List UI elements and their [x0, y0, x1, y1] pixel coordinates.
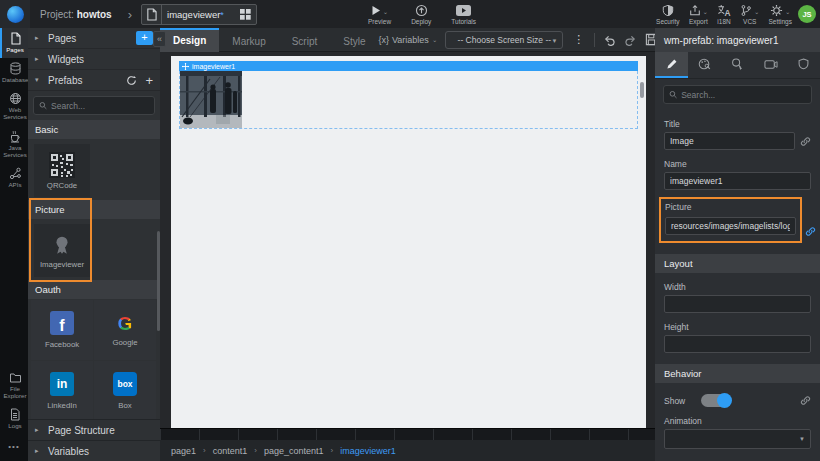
unsaved-indicator: *	[220, 10, 224, 20]
prefab-search[interactable]	[33, 96, 155, 115]
properties-tabs	[655, 52, 820, 79]
name-field-label: Name	[664, 159, 811, 169]
more-options-icon[interactable]: •••	[0, 434, 28, 461]
tab-markup[interactable]: Markup	[219, 28, 278, 52]
export-button[interactable]: ⌄ Export	[689, 0, 708, 28]
rail-label: Web Services	[2, 106, 28, 120]
undo-icon[interactable]	[603, 34, 616, 46]
accordion-page-structure[interactable]: ▸ Page Structure	[28, 419, 160, 440]
width-field-input[interactable]	[664, 295, 811, 313]
group-picture: Picture	[28, 200, 160, 219]
tab-security[interactable]	[787, 52, 820, 78]
settings-button[interactable]: ⌄ Settings	[769, 0, 793, 28]
deploy-button[interactable]: Deploy	[411, 0, 431, 28]
more-menu-icon[interactable]: ⋮	[571, 33, 586, 46]
translate-icon: A	[717, 4, 731, 17]
prefab-tile-google[interactable]: G Google	[94, 300, 156, 360]
accordion-variables[interactable]: ▸ Variables	[28, 440, 160, 461]
widget-selection-bar[interactable]: imageviewer1	[179, 61, 638, 71]
animation-select[interactable]: ▼	[664, 429, 811, 449]
bind-link-icon[interactable]	[805, 226, 816, 237]
redo-icon[interactable]	[624, 34, 637, 46]
rail-item-pages[interactable]: Pages	[0, 28, 28, 58]
breadcrumb-item-content1[interactable]: content1	[213, 446, 248, 456]
variables-button[interactable]: {x} Variables ⌄	[379, 35, 438, 45]
show-toggle[interactable]	[701, 394, 731, 407]
rail-spacer	[0, 193, 28, 368]
add-page-button[interactable]: +	[136, 31, 153, 45]
page-selector[interactable]: imageviewer*	[141, 4, 257, 25]
chevron-down-icon[interactable]: ⌄	[754, 8, 759, 16]
breadcrumb-item-page1[interactable]: page1	[171, 446, 196, 456]
prefab-tile-imageviewer[interactable]: Imageviewer	[34, 224, 90, 277]
prefab-tile-box[interactable]: box Box	[94, 361, 156, 419]
user-avatar[interactable]: JS	[798, 5, 816, 23]
prefab-tile-qrcode[interactable]: QRCode	[34, 144, 90, 197]
accordion-pages[interactable]: ▸ Pages +	[28, 28, 160, 49]
prefab-tile-linkedin[interactable]: in LinkedIn	[31, 361, 93, 419]
rail-item-databases[interactable]: Databases	[0, 58, 28, 88]
rail-item-file-explorer[interactable]: File Explorer	[0, 368, 28, 404]
bind-link-icon[interactable]	[800, 395, 811, 406]
variables-icon: {x}	[379, 35, 390, 45]
tab-properties[interactable]	[655, 52, 688, 78]
prefab-search-input[interactable]	[51, 101, 149, 111]
tab-design[interactable]: Design	[160, 28, 219, 52]
rail-label: Pages	[2, 46, 28, 53]
accordion-prefabs[interactable]: ▾ Prefabs +	[28, 70, 160, 91]
canvas-scrollbar[interactable]	[640, 82, 644, 98]
screen-size-select[interactable]: -- Choose Screen Size -- ▼	[445, 31, 563, 49]
page-doc-icon	[142, 5, 162, 24]
tab-events[interactable]	[721, 52, 754, 78]
breadcrumb-item-imageviewer1[interactable]: imageviewer1	[340, 446, 396, 456]
properties-search-input[interactable]	[681, 90, 806, 100]
breadcrumb-item-page-content1[interactable]: page_content1	[264, 446, 324, 456]
design-canvas[interactable]: imageviewer1	[171, 56, 646, 428]
tab-style[interactable]: Style	[330, 28, 378, 52]
refresh-icon[interactable]	[126, 75, 137, 86]
chevron-down-icon[interactable]: ⌄	[703, 8, 708, 16]
facebook-icon: f	[50, 311, 74, 335]
show-field-label: Show	[664, 396, 685, 406]
prefab-tile-facebook[interactable]: f Facebook	[31, 300, 93, 360]
properties-search[interactable]	[663, 85, 812, 104]
move-icon[interactable]	[182, 63, 189, 70]
widget-body[interactable]	[179, 71, 638, 129]
accordion-prefabs-label: Prefabs	[48, 75, 120, 86]
coffee-cup-icon	[9, 130, 22, 143]
preview-button[interactable]: ⌄ Preview	[368, 0, 391, 28]
breadcrumb-chevron-icon: ›	[128, 7, 132, 22]
qrcode-icon	[49, 152, 75, 178]
bind-link-icon[interactable]	[800, 136, 811, 147]
tab-script[interactable]: Script	[279, 28, 331, 52]
tab-styles[interactable]	[688, 52, 721, 78]
collapse-panel-button[interactable]: «	[153, 31, 166, 47]
height-field-input[interactable]	[664, 335, 811, 353]
rail-item-web-services[interactable]: Web Services	[0, 88, 28, 125]
page-grid-icon[interactable]	[234, 9, 256, 20]
chevron-down-icon[interactable]: ⌄	[383, 8, 388, 16]
tile-label: LinkedIn	[47, 401, 76, 410]
name-field-input[interactable]	[664, 172, 811, 190]
vcs-button[interactable]: ⌄ VCS	[740, 0, 759, 28]
svg-text:A: A	[725, 7, 731, 16]
imageviewer-image[interactable]	[180, 71, 242, 128]
security-button[interactable]: Security	[656, 0, 679, 28]
imageviewer-widget[interactable]: imageviewer1	[179, 61, 638, 129]
tab-device[interactable]	[754, 52, 787, 78]
rail-item-logs[interactable]: Logs	[0, 404, 28, 434]
chevron-down-icon[interactable]: ⌄	[785, 8, 790, 16]
activity-rail: Pages Databases Web Services Java Servic…	[0, 28, 28, 461]
picture-field-input[interactable]	[665, 217, 796, 235]
accordion-widgets[interactable]: ▸ Widgets	[28, 49, 160, 70]
horizontal-ruler	[160, 428, 655, 440]
rail-item-apis[interactable]: APIs	[0, 163, 28, 193]
rail-item-java-services[interactable]: Java Services	[0, 126, 28, 163]
import-prefab-button[interactable]: +	[145, 75, 153, 86]
title-field-input[interactable]	[664, 132, 795, 150]
rail-label: Logs	[2, 422, 28, 429]
tutorials-button[interactable]: Tutorials	[451, 0, 476, 28]
i18n-button[interactable]: A i18N	[717, 0, 731, 28]
tile-label: Facebook	[45, 340, 79, 349]
deploy-label: Deploy	[411, 18, 431, 25]
